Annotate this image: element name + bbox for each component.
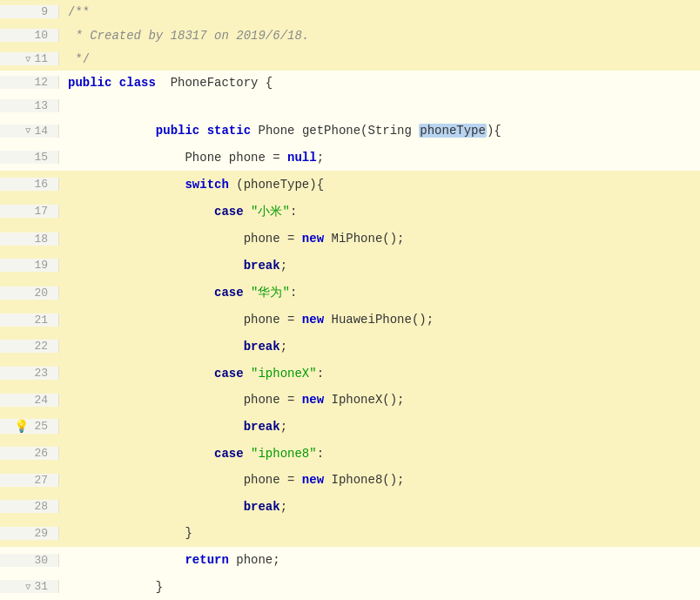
line-number-24: 24 <box>0 394 59 407</box>
line-number-22: 22 <box>0 340 59 353</box>
fold-icon-14[interactable]: ▽ <box>25 125 30 136</box>
line-number-16: 16 <box>0 178 59 191</box>
line-number-10: 10 <box>0 29 59 42</box>
line-number-26: 26 <box>0 447 59 460</box>
line-number-12: 12 <box>0 76 59 89</box>
code-line-9: 9 /** <box>0 0 700 24</box>
code-editor: 9 /** 10 * Created by 18317 on 2019/6/18… <box>0 0 700 600</box>
line-number-13: 13 <box>0 99 59 112</box>
line-number-18: 18 <box>0 233 59 246</box>
line-number-19: 19 <box>0 259 59 272</box>
line-number-17: 17 <box>0 205 59 218</box>
line-number-20: 20 <box>0 287 59 300</box>
bulb-icon[interactable]: 💡 <box>14 419 29 434</box>
line-content-10: * Created by 18317 on 2019/6/18. <box>59 29 700 43</box>
code-line-10: 10 * Created by 18317 on 2019/6/18. <box>0 24 700 47</box>
line-content-11: */ <box>59 52 700 66</box>
line-number-14: ▽ 14 <box>0 125 59 138</box>
line-content-9: /** <box>59 5 700 19</box>
code-line-31: ▽ 31 } <box>0 573 700 600</box>
line-number-27: 27 <box>0 474 59 487</box>
code-area: 9 /** 10 * Created by 18317 on 2019/6/18… <box>0 0 700 600</box>
line-content-12: public class PhoneFactory { <box>59 76 700 90</box>
line-number-31: ▽ 31 <box>0 580 59 593</box>
line-number-11: ▽ 11 <box>0 52 59 65</box>
line-number-9: 9 <box>0 5 59 18</box>
line-content-31: } <box>59 566 700 600</box>
line-number-21: 21 <box>0 313 59 327</box>
fold-icon-31[interactable]: ▽ <box>25 582 30 592</box>
fold-icon-11[interactable]: ▽ <box>25 54 30 64</box>
line-number-23: 23 <box>0 367 59 380</box>
line-number-28: 28 <box>0 500 59 513</box>
line-number-25: 💡 25 <box>0 419 59 434</box>
line-number-29: 29 <box>0 527 59 540</box>
code-line-12: 12 public class PhoneFactory { <box>0 71 700 94</box>
line-number-30: 30 <box>0 554 59 567</box>
code-line-11: ▽ 11 */ <box>0 47 700 71</box>
line-number-15: 15 <box>0 151 59 164</box>
